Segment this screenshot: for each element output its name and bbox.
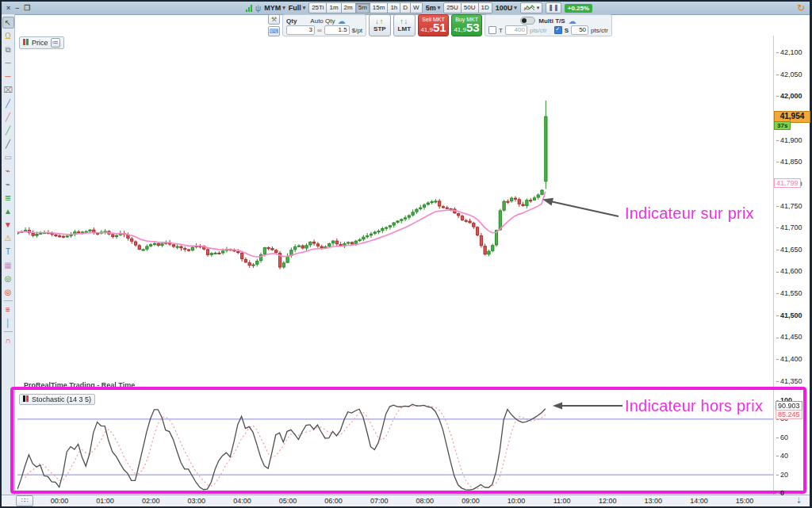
indicator-icon [23, 395, 29, 403]
time-axis-label: 03:00 [188, 497, 206, 505]
stoch-axis-label: 0 [776, 489, 784, 497]
channel-red-tool-icon[interactable]: ╱ [2, 111, 14, 123]
range-dropdown[interactable]: Full▾ [289, 4, 306, 12]
delete-tool-icon[interactable]: ⌧ [2, 84, 14, 96]
stop-unit-label: pts/ctr [591, 27, 608, 34]
restore-window-icon[interactable]: ❐ [24, 4, 30, 12]
price-axis-label: 42,100 [776, 48, 802, 56]
hline-red-tool-icon[interactable]: ─ [2, 71, 14, 82]
timeframe-button-w[interactable]: W [411, 2, 423, 13]
keyboard-trading-icon[interactable]: ⌨ [268, 26, 280, 36]
toolbar-separator [4, 300, 13, 301]
sell-market-button[interactable]: Sell MKT 41,951 [418, 14, 449, 36]
limit-order-button[interactable]: ↑↓ LMT [393, 14, 416, 36]
hline-green-tool-icon[interactable]: ─ [2, 57, 14, 69]
stoch-d-value-badge: 85.245 [776, 410, 802, 419]
buy-arrow-tool-icon[interactable]: ▲ [2, 205, 14, 217]
session-change-badge: +0.25% [565, 4, 592, 13]
price-axis-label: 41,600 [776, 267, 802, 275]
stop-label: S [565, 27, 569, 34]
target-green-tool-icon[interactable]: ◎ [2, 273, 14, 285]
custom-timeframe-dropdown[interactable]: 5m▾ [426, 4, 441, 12]
time-axis-bar [2, 495, 810, 506]
text-tool-icon[interactable]: T [2, 246, 14, 258]
time-axis-label: 15:00 [736, 497, 754, 505]
window-controls: × – ❐ [6, 4, 30, 12]
time-axis-label: 05:00 [279, 497, 297, 505]
timeframe-button-d[interactable]: D [400, 2, 411, 13]
price-axis-label: 41,550 [776, 289, 802, 297]
symbol-dropdown[interactable]: MYM▾ [264, 4, 285, 12]
stochastic-panel-tab[interactable]: Stochastic (14 3 5) [19, 394, 95, 405]
multi-ts-toggle[interactable] [520, 17, 535, 25]
price-axis-label: 41,850 [776, 158, 802, 166]
magnet-tool-icon[interactable]: ∩ [2, 334, 14, 346]
zones-tool-icon[interactable]: ▦ [2, 259, 14, 271]
stats-tool-icon[interactable]: ≡ [2, 304, 14, 315]
indicator-list-icon[interactable]: ≔ [51, 38, 60, 48]
target-checkbox[interactable] [488, 26, 496, 34]
timeframe-button-1m[interactable]: 1m [327, 2, 341, 13]
timeframe-button-15m[interactable]: 15m [370, 2, 389, 13]
polyline-red-tool-icon[interactable]: ⌁ [2, 165, 14, 177]
ruler-tool-icon[interactable]: ▭ [2, 151, 14, 163]
price-axis-label: 41,700 [776, 223, 802, 231]
arrow-to-price-indicator [539, 194, 626, 223]
target-red-tool-icon[interactable]: ◎ [2, 286, 14, 298]
price-axis-label: 41,350 [776, 377, 802, 385]
alert-tool-icon[interactable]: Ω [2, 30, 14, 42]
indicator-lines-tool-icon[interactable]: ≣ [2, 192, 14, 204]
units-button-1d[interactable]: 1D [479, 2, 492, 13]
units-dropdown[interactable]: 100U▾ [496, 4, 517, 12]
quantity-group: Qty Auto Qty ☁ 3 ∞ 1.5 $/pt [282, 14, 366, 36]
trendline-tool-icon[interactable]: ╱ [2, 138, 14, 150]
stop-order-button[interactable]: ↓↑ STP [369, 14, 391, 36]
connection-signal-icon [246, 5, 252, 12]
chart-style-icon [523, 4, 535, 12]
warning-tool-icon[interactable]: ⚠ [2, 232, 14, 244]
trading-app-window: × – ❐ ψ MYM▾ Full▾ 25Ti1m2m5m15m1hDW 5m▾… [0, 0, 812, 508]
units-button-50u[interactable]: 50U [462, 2, 479, 13]
timeframe-button-2m[interactable]: 2m [342, 2, 356, 13]
price-axis-label: 41,750 [776, 202, 802, 210]
bar-countdown-badge: 37s [774, 121, 791, 130]
stoch-axis-label: 40 [776, 452, 788, 460]
link-qty-icon[interactable]: ∞ [317, 27, 322, 34]
time-axis-label: 12:00 [599, 497, 617, 505]
order-tools-column: ⚒ ⌨ [268, 14, 280, 36]
segment-blue-tool-icon[interactable]: ╱ [2, 97, 14, 109]
order-entry-toolbar: ⚒ ⌨ Qty Auto Qty ☁ 3 ∞ 1.5 $/pt ↓↑ STP ↑… [268, 14, 612, 36]
timeframe-button-1h[interactable]: 1h [388, 2, 400, 13]
refresh-icon[interactable]: ↻ [797, 2, 805, 13]
risk-unit-label: $/pt [352, 27, 362, 34]
stop-checkbox[interactable] [554, 26, 562, 34]
cursor-tool-icon[interactable]: ↖ [2, 17, 14, 29]
timeframe-button-25ti[interactable]: 25Ti [308, 2, 327, 13]
duplicate-tool-icon[interactable]: ⧉ [2, 44, 14, 55]
polyline-gray-tool-icon[interactable]: ⌁ [2, 178, 14, 190]
sell-arrow-tool-icon[interactable]: ▼ [2, 219, 14, 231]
stoch-axis-label: 20 [776, 471, 788, 479]
stoch-axis-label: 60 [776, 434, 788, 441]
axis-settings-icon[interactable]: ∷∷ [16, 495, 33, 506]
risk-input[interactable]: 1.5 [324, 25, 350, 35]
chart-style-button[interactable]: ▾ [520, 2, 543, 13]
stop-points-input[interactable]: 50 [571, 25, 588, 35]
price-panel-tab[interactable]: Price ≔ [19, 36, 64, 49]
buy-market-button[interactable]: Buy MKT 41,953 [451, 14, 482, 36]
close-window-icon[interactable]: × [6, 4, 10, 12]
qty-input[interactable]: 3 [286, 25, 315, 35]
auto-qty-label[interactable]: Auto Qty [310, 17, 335, 25]
annotation-on-price: Indicateur sur prix [625, 204, 754, 223]
settings-wrench-icon[interactable]: ⚒ [268, 14, 280, 25]
channel-green-tool-icon[interactable]: ╱ [2, 124, 14, 136]
price-axis-label: 41,450 [776, 333, 802, 341]
time-axis-label: 09:00 [462, 497, 480, 505]
panel-layout-button[interactable]: ❚❚ [546, 2, 561, 13]
vline-tool-icon[interactable]: │ [2, 317, 14, 329]
timeframe-button-5m[interactable]: 5m [356, 2, 370, 13]
units-button-25u[interactable]: 25U [443, 2, 462, 13]
minimize-window-icon[interactable]: – [15, 4, 19, 12]
target-points-input[interactable]: 400 [505, 25, 527, 35]
jump-to-latest-icon[interactable]: ⇣ [795, 496, 802, 505]
